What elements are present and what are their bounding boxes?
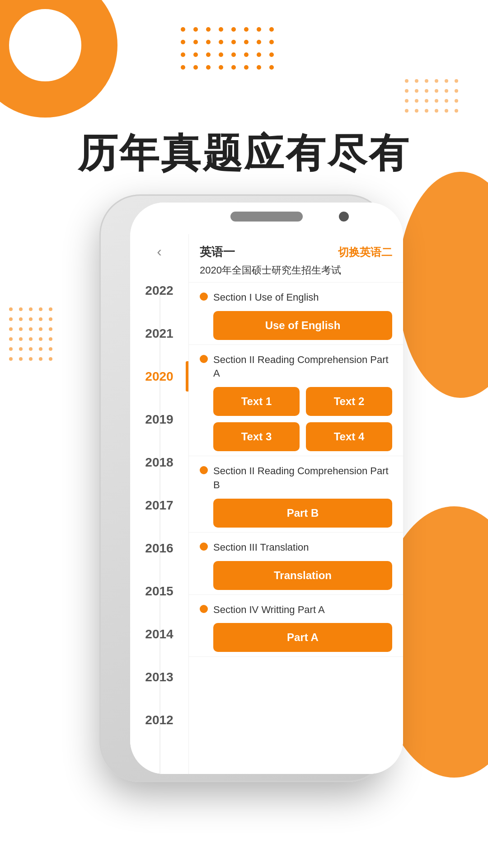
section-title-0: Section I Use of English [213,291,319,305]
section-dot-0 [200,292,208,301]
year-sidebar: ‹ 20222021202020192018201720162015201420… [130,234,189,774]
main-panel: 英语一 切换英语二 2020年全国硕士研究生招生考试 Section I Use… [189,234,403,774]
section-dot-2 [200,466,208,474]
bg-arc-right [398,172,488,398]
section-title-4: Section IV Writting Part A [213,603,325,617]
bg-dots-left-middle [9,307,55,363]
year-item-2019[interactable]: 2019 [130,398,188,441]
btn-grid-4: Part A [213,623,392,652]
year-item-2018[interactable]: 2018 [130,441,188,484]
phone-speaker [230,212,303,222]
year-item-2022[interactable]: 2022 [130,269,188,312]
year-list: 2022202120202019201820172016201520142013… [130,269,188,741]
section-btn-0-0[interactable]: Use of English [213,311,392,340]
year-item-2012[interactable]: 2012 [130,698,188,741]
year-item-2020[interactable]: 2020 [130,355,188,398]
section-dot-4 [200,605,208,613]
section-header-0: Section I Use of English [200,291,392,305]
phone-camera [339,212,349,222]
hero-title: 历年真题应有尽有 [0,127,488,180]
year-item-2021[interactable]: 2021 [130,312,188,355]
section-block-2: Section II Reading Comprehension Part BP… [189,456,403,533]
phone-mockup: ‹ 20222021202020192018201720162015201420… [77,194,411,845]
section-dot-3 [200,542,208,551]
section-dot-1 [200,355,208,363]
lang-label: 英语一 [200,244,235,260]
section-btn-3-0[interactable]: Translation [213,561,392,590]
section-title-1: Section II Reading Comprehension Part A [213,353,392,381]
year-item-2017[interactable]: 2017 [130,484,188,527]
back-button[interactable]: ‹ [157,243,162,260]
section-header-2: Section II Reading Comprehension Part B [200,464,392,492]
btn-grid-3: Translation [213,561,392,590]
section-block-3: Section III TranslationTranslation [189,533,403,595]
lang-switch-button[interactable]: 切换英语二 [338,245,392,259]
phone-notch [130,203,403,234]
year-item-2016[interactable]: 2016 [130,527,188,570]
section-block-0: Section I Use of EnglishUse of English [189,283,403,345]
phone-inner: ‹ 20222021202020192018201720162015201420… [130,203,403,774]
year-item-2013[interactable]: 2013 [130,656,188,698]
section-title-3: Section III Translation [213,541,309,555]
section-header-1: Section II Reading Comprehension Part A [200,353,392,381]
btn-grid-2: Part B [213,499,392,528]
section-title-2: Section II Reading Comprehension Part B [213,464,392,492]
app-content: ‹ 20222021202020192018201720162015201420… [130,234,403,774]
bg-circle-top-left [0,0,117,118]
year-item-2014[interactable]: 2014 [130,613,188,656]
section-block-4: Section IV Writting Part APart A [189,595,403,657]
section-btn-4-0[interactable]: Part A [213,623,392,652]
exam-title: 2020年全国硕士研究生招生考试 [200,264,392,278]
section-block-1: Section II Reading Comprehension Part AT… [189,345,403,457]
section-btn-1-3[interactable]: Text 4 [306,422,392,451]
section-btn-1-2[interactable]: Text 3 [213,422,300,451]
panel-header: 英语一 切换英语二 2020年全国硕士研究生招生考试 [189,234,403,283]
section-btn-1-0[interactable]: Text 1 [213,387,300,416]
btn-grid-0: Use of English [213,311,392,340]
bg-dots-top-right [405,79,461,115]
section-btn-2-0[interactable]: Part B [213,499,392,528]
bg-dots-top-center [181,27,277,73]
panel-header-row: 英语一 切换英语二 [200,244,392,260]
section-header-3: Section III Translation [200,541,392,555]
btn-grid-1: Text 1Text 2Text 3Text 4 [213,387,392,451]
year-item-2015[interactable]: 2015 [130,570,188,613]
section-header-4: Section IV Writting Part A [200,603,392,617]
phone-outer: ‹ 20222021202020192018201720162015201420… [99,194,389,782]
sections-container: Section I Use of EnglishUse of EnglishSe… [189,283,403,657]
section-btn-1-1[interactable]: Text 2 [306,387,392,416]
